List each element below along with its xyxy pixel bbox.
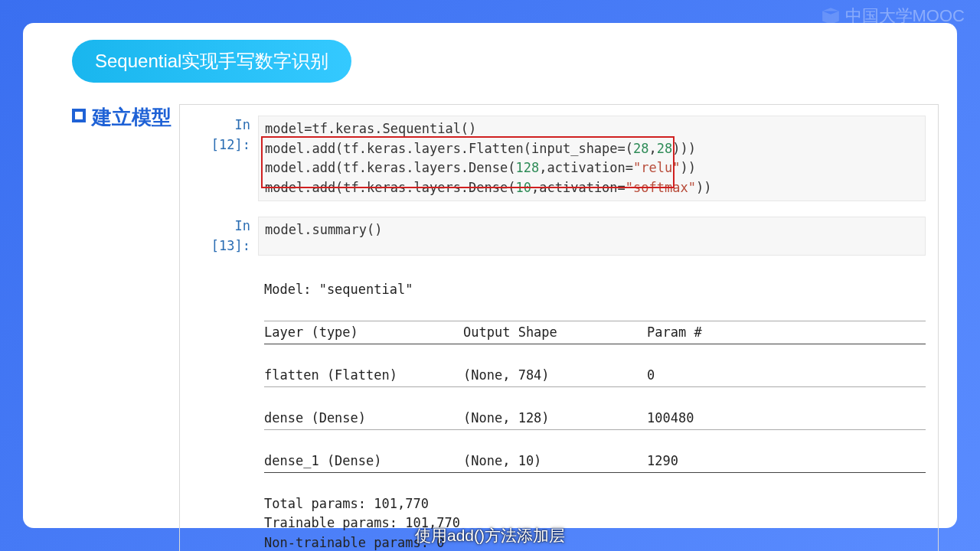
section-heading-text: 建立模型 [92, 104, 172, 131]
total-params: Total params: 101,770 [264, 496, 429, 511]
code-cell-12: In [12]: model=tf.keras.Sequential() mod… [192, 116, 926, 201]
summary-row: dense_1 (Dense)(None, 10)1290 [264, 452, 926, 471]
watermark-text: 中国大学MOOC [845, 5, 965, 28]
slide-title-pill: Sequential实现手写数字识别 [72, 40, 351, 83]
model-summary-output: Model: "sequential" Layer (type)Output S… [258, 260, 926, 551]
watermark: 中国大学MOOC [821, 5, 965, 28]
section-heading: 建立模型 [41, 104, 179, 551]
subtitle-caption: 使用add()方法添加层 [0, 525, 980, 546]
cell-prompt: In [13]: [192, 217, 258, 256]
code-cell-13: In [13]: model.summary() [192, 217, 926, 256]
cell-prompt: In [12]: [192, 116, 258, 201]
square-bullet-icon [72, 109, 86, 122]
code-input: model=tf.keras.Sequential() model.add(tf… [258, 116, 926, 201]
mooc-logo-icon [821, 8, 841, 24]
code-input: model.summary() [258, 217, 926, 256]
summary-row: flatten (Flatten)(None, 784)0 [264, 366, 926, 386]
summary-header: Layer (type)Output ShapeParam # [264, 323, 926, 343]
slide-card: Sequential实现手写数字识别 建立模型 In [12]: model=t… [23, 23, 957, 528]
output-cell: Model: "sequential" Layer (type)Output S… [192, 260, 926, 551]
summary-row: dense (Dense)(None, 128)100480 [264, 409, 926, 429]
notebook-panel: In [12]: model=tf.keras.Sequential() mod… [179, 104, 939, 551]
model-name-line: Model: "sequential" [264, 282, 413, 297]
